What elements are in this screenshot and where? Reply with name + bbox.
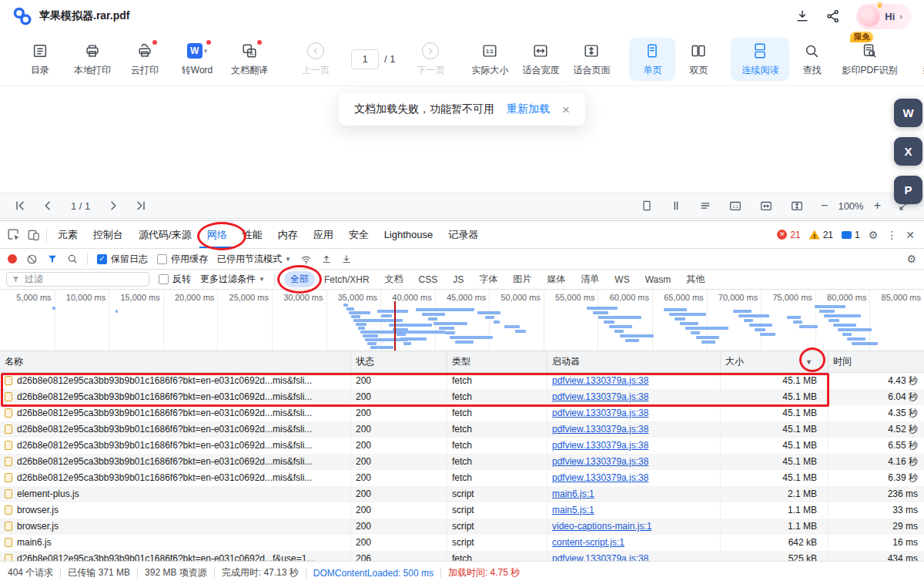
initiator-link[interactable]: pdfview.1330379a.js:38 xyxy=(552,391,648,402)
disable-cache-checkbox[interactable]: 停用缓存 xyxy=(157,253,208,266)
table-row[interactable]: d26b8e0812e95ca3bb93b9b01c1686f6?bkt=en-… xyxy=(0,551,924,561)
filter-chip-Wasm[interactable]: Wasm xyxy=(639,273,678,287)
preserve-log-checkbox[interactable]: ✓保留日志 xyxy=(97,253,148,266)
table-row[interactable]: browser.js200scriptmain5.js:11.1 MB33 ms xyxy=(0,502,924,519)
column-header-initiator[interactable]: 启动器 xyxy=(547,351,720,372)
clear-network-log-icon[interactable] xyxy=(26,253,38,265)
last-page-icon[interactable] xyxy=(135,200,147,212)
initiator-link[interactable]: main6.js:1 xyxy=(552,488,594,499)
actual-size-icon[interactable]: 1:1 xyxy=(728,199,742,213)
more-filters-dropdown[interactable]: 更多过滤条件▼ xyxy=(200,273,265,286)
error-counter[interactable]: ✕21 xyxy=(777,230,800,240)
account-menu[interactable]: ♛ Hi › xyxy=(856,4,912,29)
devtools-tab-控制台[interactable]: 控制台 xyxy=(85,221,131,248)
device-toolbar-icon[interactable] xyxy=(23,225,43,245)
devtools-tab-安全[interactable]: 安全 xyxy=(341,221,377,248)
toolbar-ocr[interactable]: 限免 影印PDF识别 xyxy=(834,38,905,81)
toolbar-single-page[interactable]: 单页 xyxy=(629,38,675,81)
network-search-icon[interactable] xyxy=(67,253,78,264)
reload-link[interactable]: 重新加载 xyxy=(507,102,550,116)
sort-descending-icon[interactable]: ▼ xyxy=(805,358,823,366)
share-icon[interactable] xyxy=(825,8,841,24)
table-row[interactable]: d26b8e0812e95ca3bb93b9b01c1686f6?bkt=en-… xyxy=(0,438,924,454)
warning-counter[interactable]: 21 xyxy=(809,230,833,240)
record-button[interactable] xyxy=(8,254,17,263)
column-header-size[interactable]: 大小▼ xyxy=(720,351,828,372)
filter-chip-文档[interactable]: 文档 xyxy=(379,271,410,287)
column-header-status[interactable]: 状态 xyxy=(350,351,447,372)
table-row[interactable]: d26b8e0812e95ca3bb93b9b01c1686f6?bkt=en-… xyxy=(0,389,924,405)
settings-gear-icon[interactable]: ⚙ xyxy=(869,230,879,240)
toolbar-to-word[interactable]: W▾ 转Word xyxy=(171,38,223,81)
side-shortcut-p[interactable]: P xyxy=(894,176,922,204)
initiator-link[interactable]: main5.js:1 xyxy=(552,505,594,515)
issues-counter[interactable]: 1 xyxy=(842,230,860,240)
filter-chip-Fetch/XHR[interactable]: Fetch/XHR xyxy=(318,273,376,287)
table-row[interactable]: browser.js200scriptvideo-captions-main.j… xyxy=(0,519,924,535)
first-page-icon[interactable] xyxy=(14,200,26,212)
toolbar-cloud-print[interactable]: 云打印 xyxy=(119,38,171,81)
export-har-icon[interactable] xyxy=(341,253,352,264)
two-page-view-icon[interactable] xyxy=(670,200,682,212)
toolbar-translate[interactable]: A 文档翻译 xyxy=(223,38,276,81)
toolbar-next-page[interactable]: 下一页 xyxy=(406,38,455,81)
table-row[interactable]: main6.js200scriptcontent-script.js:1642 … xyxy=(0,535,924,551)
table-row[interactable]: element-plus.js200scriptmain6.js:12.1 MB… xyxy=(0,486,924,502)
single-page-view-icon[interactable] xyxy=(641,200,653,212)
initiator-link[interactable]: content-script.js:1 xyxy=(552,537,624,548)
zoom-level[interactable]: 100% xyxy=(838,200,863,212)
zoom-in-icon[interactable]: + xyxy=(874,200,881,212)
table-row[interactable]: d26b8e0812e95ca3bb93b9b01c1686f6?bkt=en-… xyxy=(0,421,924,438)
devtools-tab-Lighthouse[interactable]: Lighthouse xyxy=(377,221,441,248)
devtools-tab-源代码/来源[interactable]: 源代码/来源 xyxy=(131,221,199,248)
toolbar-fit-page[interactable]: 适合页面 xyxy=(566,38,617,81)
kebab-menu-icon[interactable]: ⋮ xyxy=(886,230,897,240)
initiator-link[interactable]: pdfview.1330379a.js:38 xyxy=(552,553,648,561)
toolbar-local-print[interactable]: 本地打印 xyxy=(66,38,119,81)
toolbar-extract[interactable]: 提取 xyxy=(905,38,924,81)
filter-chip-WS[interactable]: WS xyxy=(608,273,635,287)
filter-toggle-icon[interactable] xyxy=(47,253,58,264)
toolbar-fit-width[interactable]: 适合宽度 xyxy=(515,38,566,81)
filter-input[interactable]: 过滤 xyxy=(6,272,149,287)
table-row[interactable]: d26b8e0812e95ca3bb93b9b01c1686f6?bkt=en-… xyxy=(0,405,924,421)
toolbar-prev-page[interactable]: 上一页 xyxy=(291,38,340,81)
initiator-link[interactable]: pdfview.1330379a.js:38 xyxy=(552,408,648,418)
prev-page-icon[interactable] xyxy=(42,200,54,212)
filter-chip-字体[interactable]: 字体 xyxy=(473,271,504,287)
filter-chip-图片[interactable]: 图片 xyxy=(507,271,537,287)
zoom-out-icon[interactable]: − xyxy=(821,200,828,212)
initiator-link[interactable]: pdfview.1330379a.js:38 xyxy=(552,472,648,483)
table-row[interactable]: d26b8e0812e95ca3bb93b9b01c1686f6?bkt=en-… xyxy=(0,454,924,470)
invert-filter-checkbox[interactable]: 反转 xyxy=(159,273,191,286)
devtools-tab-元素[interactable]: 元素 xyxy=(50,221,85,248)
devtools-tab-应用[interactable]: 应用 xyxy=(306,221,341,248)
download-icon[interactable] xyxy=(795,8,810,24)
app-logo-icon[interactable] xyxy=(12,6,32,26)
toolbar-continuous-read[interactable]: 连续阅读 xyxy=(731,38,789,81)
next-page-icon[interactable] xyxy=(107,200,119,212)
network-settings-gear-icon[interactable]: ⚙ xyxy=(906,253,916,264)
filter-chip-JS[interactable]: JS xyxy=(447,273,470,287)
devtools-tab-内存[interactable]: 内存 xyxy=(270,221,306,248)
column-header-name[interactable]: 名称 xyxy=(0,351,350,372)
toolbar-actual-size[interactable]: 1:1 实际大小 xyxy=(464,38,515,81)
close-devtools-icon[interactable]: ✕ xyxy=(906,230,915,240)
filter-chip-全部[interactable]: 全部 xyxy=(284,271,315,287)
toolbar-double-page[interactable]: 双页 xyxy=(675,38,721,81)
initiator-link[interactable]: pdfview.1330379a.js:38 xyxy=(552,424,648,435)
table-row[interactable]: d26b8e0812e95ca3bb93b9b01c1686f6?bkt=en-… xyxy=(0,373,924,389)
network-overview-timeline[interactable]: 5,000 ms10,000 ms15,000 ms20,000 ms25,00… xyxy=(0,290,924,351)
throttling-select[interactable]: 已停用节流模式▼ xyxy=(217,253,291,266)
devtools-tab-记录器[interactable]: 记录器 xyxy=(440,221,486,248)
devtools-tab-性能[interactable]: 性能 xyxy=(235,221,270,248)
inspect-element-icon[interactable] xyxy=(3,225,23,245)
table-row[interactable]: d26b8e0812e95ca3bb93b9b01c1686f6?bkt=en-… xyxy=(0,470,924,486)
toolbar-find[interactable]: 查找 xyxy=(789,38,834,81)
initiator-link[interactable]: pdfview.1330379a.js:38 xyxy=(552,375,648,386)
column-header-type[interactable]: 类型 xyxy=(447,351,547,372)
side-shortcut-x[interactable]: X xyxy=(894,137,922,166)
filter-chip-CSS[interactable]: CSS xyxy=(413,273,444,287)
page-input[interactable]: 1 xyxy=(351,49,379,69)
close-icon[interactable]: × xyxy=(562,103,570,116)
